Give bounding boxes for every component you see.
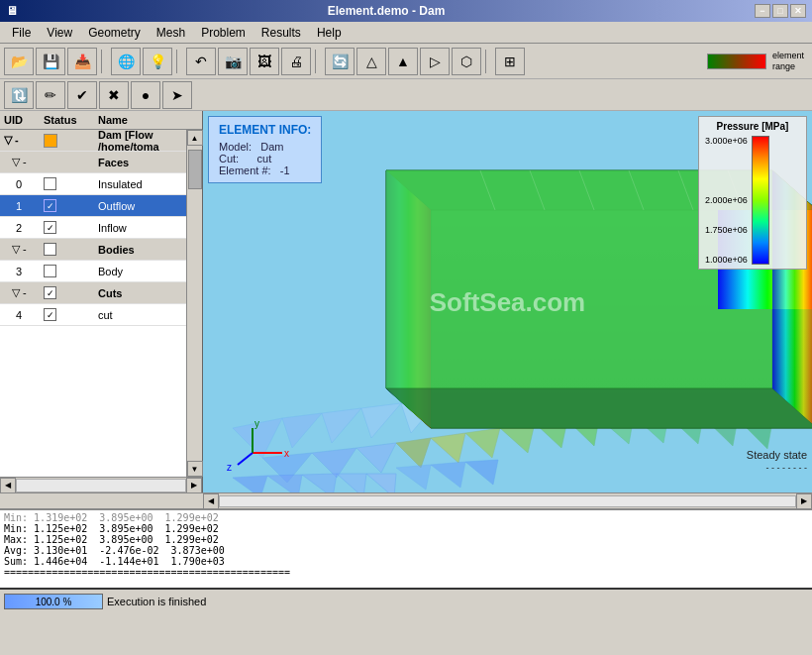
toolbar-sep-3 — [315, 50, 321, 73]
tree-row-cut[interactable]: 4 cut — [0, 304, 186, 326]
svg-text:y: y — [254, 418, 259, 429]
cell-status-cuts — [40, 286, 94, 299]
menu-file[interactable]: File — [4, 24, 39, 42]
col-name: Name — [94, 113, 202, 127]
tree-row-insulated[interactable]: 0 Insulated — [0, 173, 186, 195]
output-line-sum: Sum: 1.446e+04 -1.144e+01 1.790e+03 — [4, 556, 808, 567]
checkbox-insulated[interactable] — [44, 177, 56, 190]
element-label: element — [772, 51, 804, 61]
checkbox-cut[interactable] — [44, 308, 56, 321]
cell-name-inflow: Inflow — [94, 222, 186, 234]
pressure-legend: Pressure [MPa] 3.000e+06 2.000e+06 1.750… — [698, 116, 807, 270]
viewport-hscroll-right[interactable]: ▶ — [796, 493, 812, 509]
toolbar-main: 📂 💾 📥 🌐 💡 ↶ 📷 🖼 🖨 🔄 △ ▲ ▷ ⬡ ⊞ element ra… — [0, 44, 812, 79]
maximize-button[interactable]: □ — [772, 4, 788, 18]
light-button[interactable]: 💡 — [143, 48, 172, 75]
cell-status-dam — [40, 134, 94, 148]
scroll-thumb[interactable] — [188, 150, 202, 189]
close-button[interactable]: ✕ — [790, 4, 806, 18]
globe-button[interactable]: 🌐 — [111, 48, 141, 75]
tree-row-bodies[interactable]: ▽ - Bodies — [0, 239, 186, 261]
checkbox-cuts[interactable] — [44, 286, 56, 299]
cell-status-inflow — [40, 221, 94, 234]
refresh-button[interactable]: 🔃 — [4, 81, 34, 109]
camera-button[interactable]: 📷 — [218, 48, 248, 75]
tree-row-outflow[interactable]: 1 Outflow — [0, 195, 186, 217]
print-button[interactable]: 🖨 — [281, 48, 311, 75]
circle-button[interactable]: ● — [131, 81, 160, 109]
model-row: Model: Dam — [219, 141, 311, 153]
cell-name-cuts: Cuts — [94, 287, 186, 299]
tree-row-body[interactable]: 3 Body — [0, 261, 186, 282]
viewport-3d[interactable]: x y z ELEMENT INFO: Model: Dam — [203, 111, 812, 492]
hscroll-track[interactable] — [16, 479, 186, 492]
arrow-cuts: ▽ — [12, 286, 20, 298]
tree-row-inflow[interactable]: 2 Inflow — [0, 217, 186, 239]
cell-status-cut — [40, 308, 94, 321]
tree-row-faces[interactable]: ▽ - Faces — [0, 152, 186, 173]
arrow-dam: ▽ — [4, 134, 12, 146]
menu-problem[interactable]: Problem — [193, 24, 254, 42]
arrow-faces: ▽ — [12, 156, 20, 167]
checkbox-inflow[interactable] — [44, 221, 56, 234]
element-range-labels: element range — [772, 51, 804, 72]
tree-row-cuts[interactable]: ▽ - Cuts — [0, 282, 186, 304]
menu-geometry[interactable]: Geometry — [80, 24, 149, 42]
hscroll-left-button[interactable]: ◀ — [0, 478, 16, 493]
legend-values: 3.000e+06 2.000e+06 1.750e+06 1.000e+06 — [705, 136, 748, 265]
scroll-up-button[interactable]: ▲ — [187, 130, 203, 146]
hex-button[interactable]: ⬡ — [452, 48, 481, 75]
tree-hscrollbar: ◀ ▶ — [0, 477, 202, 492]
checkbox-bodies[interactable] — [44, 243, 56, 256]
cell-uid-faces: ▽ - — [0, 156, 40, 168]
output-line-min: Min: 1.125e+02 3.895e+00 1.299e+02 — [4, 523, 808, 534]
status-bar: 100.0 % Execution is finished — [0, 588, 812, 613]
import-button[interactable]: 📥 — [67, 48, 97, 75]
cell-name-body: Body — [94, 266, 186, 277]
undo-button[interactable]: ↶ — [186, 48, 216, 75]
hex-icon: ⬡ — [460, 54, 472, 69]
menu-mesh[interactable]: Mesh — [149, 24, 193, 42]
main-area: UID Status Name ▽ - Dam [Flow/home/toma — [0, 111, 812, 492]
color-dam — [44, 134, 57, 148]
cell-name-outflow: Outflow — [94, 200, 186, 212]
element-gradient — [707, 54, 766, 69]
checkbox-outflow[interactable] — [44, 199, 56, 212]
check-icon: ✔ — [76, 87, 88, 103]
pencil-button[interactable]: ✏ — [36, 81, 65, 109]
save-button[interactable]: 💾 — [36, 48, 65, 75]
legend-title: Pressure [MPa] — [705, 121, 800, 132]
tri3-button[interactable]: ▷ — [420, 48, 450, 75]
cell-status-outflow — [40, 199, 94, 212]
legend-val-2: 2.000e+06 — [705, 195, 748, 205]
screenshot-button[interactable]: 🖼 — [250, 48, 279, 75]
viewport-hscroll-left[interactable]: ◀ — [203, 493, 219, 509]
rotate-button[interactable]: 🔄 — [325, 48, 355, 75]
cell-name-cut: cut — [94, 309, 186, 321]
x-button[interactable]: ✖ — [99, 81, 129, 109]
cell-uid-bodies: ▽ - — [0, 243, 40, 256]
cell-name-dam: Dam [Flow/home/toma — [94, 130, 186, 153]
hscroll-right-button[interactable]: ▶ — [186, 478, 202, 493]
menu-results[interactable]: Results — [254, 24, 309, 42]
menu-view[interactable]: View — [39, 24, 80, 42]
triangle1-icon: △ — [366, 54, 377, 69]
open-button[interactable]: 📂 — [4, 48, 34, 75]
tree-row-dam[interactable]: ▽ - Dam [Flow/home/toma — [0, 130, 186, 152]
scroll-down-button[interactable]: ▼ — [187, 461, 203, 477]
tri1-button[interactable]: △ — [356, 48, 386, 75]
checkbox-body[interactable] — [44, 265, 56, 277]
menu-help[interactable]: Help — [309, 24, 350, 42]
tri2-button[interactable]: ▲ — [388, 48, 418, 75]
cell-status-insulated — [40, 177, 94, 190]
minimize-button[interactable]: − — [755, 4, 770, 18]
tree-vscrollbar[interactable]: ▲ ▼ — [186, 130, 202, 477]
output-line-max: Max: 1.125e+02 3.895e+00 1.299e+02 — [4, 534, 808, 545]
viewport-hscroll-track[interactable] — [219, 495, 796, 507]
col-uid: UID — [0, 113, 40, 127]
cut-value: cut — [257, 153, 272, 164]
element-row: Element #: -1 — [219, 164, 311, 176]
check-button[interactable]: ✔ — [67, 81, 97, 109]
arrow-button[interactable]: ➤ — [162, 81, 192, 109]
mesh-button[interactable]: ⊞ — [495, 48, 525, 75]
